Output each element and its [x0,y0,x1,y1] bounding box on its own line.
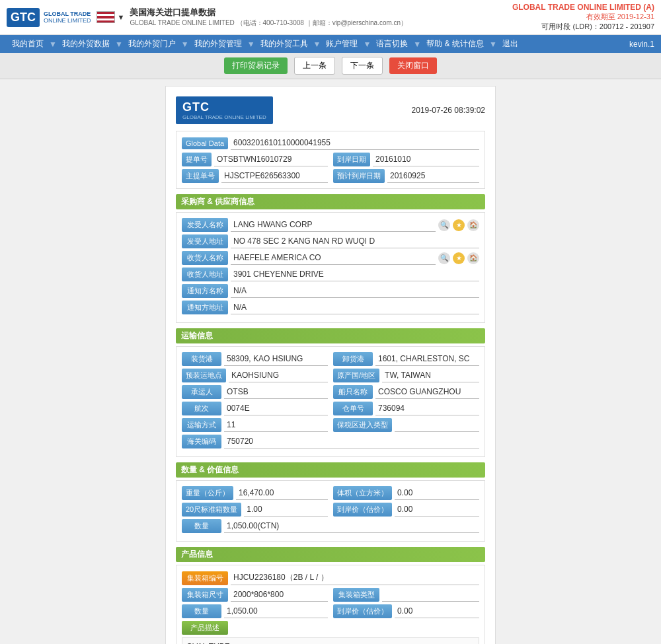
brand-name: GLOBAL TRADE ONLINE LIMITED (A) [512,3,654,12]
prev-button[interactable]: 上一条 [294,57,335,75]
prod-qty-field: 数量 1,050.00 [182,604,328,618]
shipper-search-icon[interactable]: 🔍 [438,219,450,231]
customs-value: 750720 [224,435,479,448]
shipper-name-label: 发受人名称 [182,218,228,232]
container20-field: 20尺标准箱数量 1.00 [182,503,328,517]
nav-logout[interactable]: 退出 [497,36,524,52]
consignee-addr-row: 收货人地址 3901 CHEYENNE DRIVE [182,268,479,281]
container-size-value: 2000*806*800 [231,589,328,602]
origin-field: 原产国/地区 TW, TAIWAN [333,369,479,382]
load-port-label: 装货港 [182,352,221,366]
weight-label: 重量（公斤） [182,486,233,500]
arrival-date-value: 20161010 [373,153,479,166]
container-size-row: 集装箱尺寸 2000*806*800 集装箱类型 [182,588,479,602]
consignee-name-value: HAEFELE AMERICA CO [231,252,436,265]
flag-area: ▼ [97,11,125,23]
dock-price-field: 到岸价（估价） 0.00 [333,503,479,517]
voyage-field: 航次 0074E [182,402,328,415]
dest-port-label: 卸货港 [333,352,373,366]
validity-text: 有效期至 2019-12-31 [512,12,654,22]
nav-help[interactable]: 帮助 & 统计信息 [421,36,489,52]
nav-language[interactable]: 语言切换 [371,36,413,52]
carrier-value: OTSB [224,386,328,399]
nav-trade-data[interactable]: 我的外贸数据 [57,36,115,52]
nav-account[interactable]: 账户管理 [321,36,363,52]
buyer-supplier-title: 采购商 & 供应商信息 [176,194,485,209]
customs-label: 海关编码 [182,435,221,448]
voyage-value: 0074E [224,402,328,415]
nav-home[interactable]: 我的首页 [7,36,49,52]
pre-load-value: KAOHSIUNG [229,369,328,382]
manifest-label: 仓单号 [333,402,373,415]
next-button[interactable]: 下一条 [342,57,383,75]
shipper-addr-row: 发受人地址 NO 478 SEC 2 KANG NAN RD WUQI D [182,234,479,248]
brand-subtext: GLOBAL TRADE ONLINE LIMITED [44,11,91,24]
shipper-star-icon[interactable]: ★ [453,219,465,231]
consignee-search-icon[interactable]: 🔍 [438,252,450,264]
shipper-home-icon[interactable]: 🏠 [467,219,479,231]
estimated-arrival-field: 预计到岸日期 20160925 [333,169,479,183]
prod-dock-price-value: 0.00 [395,605,479,618]
global-data-section: Global Data 6003201610110000041955 提单号 O… [176,131,485,189]
username: kevin.1 [629,40,654,49]
nav-foreign-portal[interactable]: 我的外贸门户 [123,36,181,52]
doc-header: GTC GLOBAL TRADE ONLINE LIMITED 2019-07-… [176,96,485,124]
prod-qty-label: 数量 [182,604,221,618]
origin-value: TW, TAIWAN [382,369,479,382]
consignee-star-icon[interactable]: ★ [453,252,465,264]
transport-value: 11 [224,419,328,432]
container-dockprice-row: 20尺标准箱数量 1.00 到岸价（估价） 0.00 [182,503,479,517]
notify-name-label: 通知方名称 [182,284,228,298]
master-bill-value: HJSCTPE626563300 [221,170,328,183]
preload-row: 预装运地点 KAOHSIUNG 原产国/地区 TW, TAIWAN [182,369,479,382]
shipper-name-row: 发受人名称 LANG HWANG CORP 🔍 ★ 🏠 [182,218,479,232]
product-desc-header-row: 产品描述 [182,621,479,635]
page-title: 美国海关进口提单数据 [130,7,407,18]
manifest-value: 736094 [375,402,479,415]
container-type-value [382,589,479,602]
main-content: GTC GLOBAL TRADE ONLINE LIMITED 2019-07-… [0,79,661,644]
dock-price-value: 0.00 [395,503,479,517]
bill-no-field: 提单号 OTSBTWN16010729 [182,153,328,166]
gtc-letters: GTC [11,11,36,24]
pre-load-label: 预装运地点 [182,369,226,382]
global-data-value: 6003201610110000041955 [231,137,479,150]
customs-row: 海关编码 750720 [182,435,479,448]
page-subtitle: 美国海关进口提单数据 GLOBAL TRADE ONLINE LIMITED （… [130,7,407,28]
shipping-section: 运输信息 装货港 58309, KAO HSIUNG 卸货港 1601, CHA… [176,328,485,457]
weight-volume-row: 重量（公斤） 16,470.00 体积（立方米） 0.00 [182,486,479,500]
doc-logo-sub: GLOBAL TRADE ONLINE LIMITED [182,114,266,120]
bonded-field: 保税区进入类型 [333,418,479,432]
vessel-field: 船只名称 COSCO GUANGZHOU [333,385,479,399]
dock-price-label: 到岸价（估价） [333,503,392,517]
nav-foreign-mgmt[interactable]: 我的外贸管理 [189,36,247,52]
close-button[interactable]: 关闭窗口 [389,57,437,74]
product-title: 产品信息 [176,547,485,562]
logo-area: GTC GLOBAL TRADE ONLINE LIMITED ▼ 美国海关进口… [7,7,407,28]
notify-addr-row: 通知方地址 N/A [182,301,479,314]
consignee-home-icon[interactable]: 🏠 [467,252,479,264]
bonded-value [395,419,479,432]
container-type-label: 集装箱类型 [333,588,379,602]
load-port-field: 装货港 58309, KAO HSIUNG [182,352,328,366]
nav-foreign-tools[interactable]: 我的外贸工具 [255,36,313,52]
shipping-title: 运输信息 [176,328,485,343]
global-data-row: Global Data 6003201610110000041955 [182,137,479,150]
quantity-price-section: 数量 & 价值信息 重量（公斤） 16,470.00 体积（立方米） 0.00 … [176,462,485,542]
container-type-field: 集装箱类型 [333,588,479,602]
buyer-supplier-section: 采购商 & 供应商信息 发受人名称 LANG HWANG CORP 🔍 ★ 🏠 … [176,194,485,323]
pre-load-field: 预装运地点 KAOHSIUNG [182,369,328,382]
vessel-value: COSCO GUANGZHOU [375,386,479,399]
company-info: GLOBAL TRADE ONLINE LIMITED （电话：400-710-… [130,18,407,28]
doc-logo-area: GTC GLOBAL TRADE ONLINE LIMITED [176,96,273,124]
consignee-name-label: 收货人名称 [182,251,228,265]
master-bill-field: 主提单号 HJSCTPE626563300 [182,169,328,183]
notify-addr-label: 通知方地址 [182,301,228,314]
port-row: 装货港 58309, KAO HSIUNG 卸货港 1601, CHARLEST… [182,352,479,366]
qty-value: 1,050.00(CTN) [224,520,479,533]
consignee-name-row: 收货人名称 HAEFELE AMERICA CO 🔍 ★ 🏠 [182,251,479,265]
transport-label: 运输方式 [182,418,221,432]
container-size-label: 集装箱尺寸 [182,588,228,602]
toolbar-top: 打印贸易记录 上一条 下一条 关闭窗口 [0,53,661,79]
print-button[interactable]: 打印贸易记录 [224,57,288,74]
